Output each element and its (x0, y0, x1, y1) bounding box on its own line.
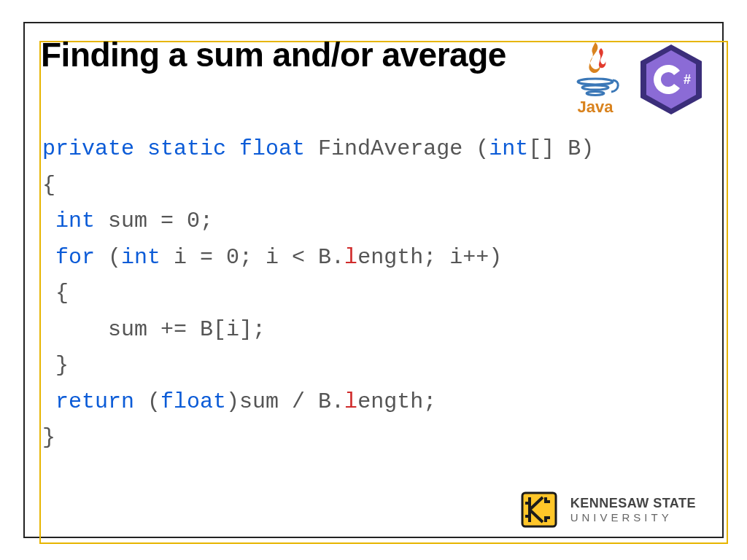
brace-close2: } (42, 353, 69, 378)
brace-open: { (42, 173, 55, 198)
svg-point-2 (587, 92, 604, 96)
svg-text:#: # (684, 72, 691, 87)
university-logo: KENNESAW STATE UNIVERSITY (518, 489, 696, 531)
java-icon: Java (566, 41, 624, 117)
kw-int3: int (121, 245, 160, 270)
kw-float-cast: float (160, 389, 226, 414)
university-name: KENNESAW STATE UNIVERSITY (570, 496, 696, 524)
ret-mid: )sum / B. (226, 389, 344, 414)
length-l2: l (344, 389, 357, 414)
ret-tail: ength; (357, 389, 436, 414)
csharp-icon: # (638, 43, 705, 116)
brace-close: } (42, 425, 55, 450)
kw-int: int (489, 136, 528, 161)
svg-point-1 (582, 85, 608, 90)
university-line1: KENNESAW STATE (570, 496, 696, 511)
svg-rect-6 (522, 493, 556, 526)
logo-group: Java # (566, 41, 705, 117)
svg-point-0 (578, 79, 613, 85)
for-open: ( (95, 245, 121, 270)
code-block: private static float FindAverage (int[] … (42, 131, 703, 456)
ret-open: ( (134, 389, 160, 414)
ksu-mark-icon (518, 489, 560, 531)
kw-int2: int (55, 209, 95, 233)
university-line2: UNIVERSITY (570, 511, 696, 524)
kw-private: private (42, 136, 134, 161)
kw-static: static (147, 136, 226, 161)
kw-return: return (55, 389, 134, 414)
fn-name: FindAverage ( (305, 136, 489, 161)
for-cond2: ength; i++) (357, 245, 502, 270)
length-l1: l (344, 245, 357, 270)
sum-inc: sum += B[i]; (42, 317, 266, 342)
kw-for: for (55, 245, 95, 270)
sum-decl: sum = 0; (95, 209, 213, 233)
kw-float: float (239, 136, 305, 161)
brace-open2: { (42, 281, 69, 306)
param-tail: [] B) (528, 136, 594, 161)
for-cond1: i = 0; i < B. (160, 245, 344, 270)
slide: Finding a sum and/or average Java # priv… (0, 0, 747, 560)
slide-title: Finding a sum and/or average (41, 35, 506, 74)
java-label: Java (578, 98, 614, 116)
